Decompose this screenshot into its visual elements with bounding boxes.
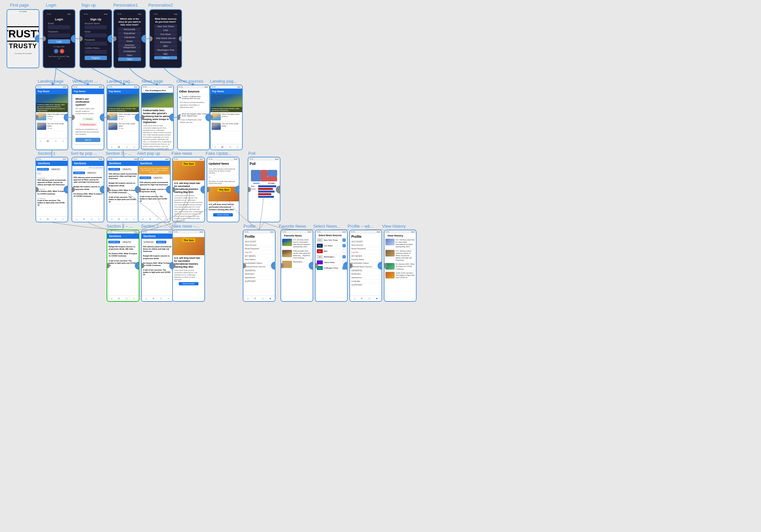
select-nyt[interactable]: NYT New York Times ✓	[316, 237, 347, 243]
profile-icon[interactable]: ○	[133, 297, 135, 300]
home-icon[interactable]: ⌂	[142, 217, 144, 221]
account-input[interactable]	[85, 25, 107, 29]
bookmark-icon[interactable]: ☆	[54, 217, 57, 221]
section-item-3[interactable]: A tale of two vaccines: The battles to f…	[139, 195, 170, 204]
option-libertarian[interactable]: Libertarian	[118, 35, 141, 39]
appearance[interactable]: Appearance	[243, 276, 275, 279]
back-arrow[interactable]: ‹	[317, 235, 318, 236]
sections-icon[interactable]: ≡	[361, 297, 363, 300]
back-arrow[interactable]: ‹	[386, 235, 386, 237]
section-item-2[interactable]: Budget bill reopens vaccine vs. progress…	[142, 254, 173, 261]
home-icon[interactable]: ⌂	[354, 297, 355, 300]
home-icon[interactable]: ⌂	[111, 145, 112, 148]
section-item-2[interactable]: Budget bill reopens vaccine vs. progress…	[72, 185, 104, 192]
profile-icon[interactable]: ○	[98, 217, 100, 221]
profile-icon[interactable]: ○	[62, 140, 64, 143]
facebook-icon[interactable]: f	[54, 49, 58, 53]
reset-password[interactable]: Reset Password	[350, 247, 381, 251]
reset-password[interactable]: Reset Password	[243, 247, 275, 251]
news-item-1[interactable]: Glenn Youngkin wants to be a... 2h ago	[36, 112, 68, 122]
section-item-2[interactable]: Budget bill reopens vaccine vs. progress…	[139, 187, 170, 194]
search-icon[interactable]: ⊕	[221, 145, 224, 148]
profile-icon[interactable]: ●	[376, 297, 378, 300]
fav-item-2[interactable]: Political battle lines harden after gene…	[281, 249, 313, 261]
tab-health[interactable]: HEALTH	[122, 241, 132, 243]
downloaded-videos[interactable]: Downloaded Videos	[350, 262, 381, 265]
tab-health[interactable]: HEALTH	[156, 241, 166, 243]
option-nyt[interactable]: New York Times	[154, 25, 177, 28]
search-icon[interactable]: ⊕	[118, 145, 120, 148]
nyt-check[interactable]: ✓	[342, 238, 346, 242]
section-item-1[interactable]: Budget bill reopens vaccine vs. progress…	[107, 245, 139, 252]
bookmark-icon[interactable]: ☆	[229, 145, 232, 148]
section-item-1[interactable]: FDA advisory panel recommends approval f…	[139, 180, 170, 187]
tab-covid[interactable]: COVID-19	[143, 241, 154, 243]
profile-icon[interactable]: ○	[134, 145, 135, 148]
home-icon[interactable]: ⌂	[40, 217, 41, 221]
fav-item-1[interactable]: U.S. will drop travel ban for vaccinated…	[281, 238, 313, 249]
vh-item-2[interactable]: U.S. advisory panel endorses doses of Pf…	[384, 249, 416, 263]
sections-icon[interactable]: ≡	[152, 297, 154, 300]
selected-sources[interactable]: Selected News Sources	[243, 265, 275, 268]
source-item-2[interactable]: What will happen after troops leave Afgh…	[178, 112, 209, 118]
option-other[interactable]: Other	[118, 53, 141, 57]
profile-icon[interactable]: ○	[133, 217, 135, 221]
tab-covid[interactable]: COVID-19	[37, 168, 49, 171]
sort-by-popularity[interactable]: Sort by popularity	[89, 167, 103, 169]
view-account[interactable]: View Account	[350, 243, 381, 247]
option-cnn[interactable]: CNN	[154, 29, 177, 32]
profile-icon[interactable]: ○	[62, 217, 64, 221]
tab-covid[interactable]: COVID-19	[73, 172, 85, 174]
select-bbc[interactable]: BBC BBC	[316, 249, 347, 254]
profile-icon-active[interactable]: ●	[269, 297, 271, 300]
google-icon[interactable]: G	[60, 49, 64, 53]
sections-icon[interactable]: ≡	[118, 297, 120, 300]
fox-check[interactable]: ✓	[342, 244, 346, 247]
section-item-1[interactable]: In Sections FDA advisory panel recommend…	[36, 176, 68, 187]
selected-sources[interactable]: Selected News Sources	[350, 265, 381, 268]
section-item-4[interactable]: A tale of two vaccines: The battles to f…	[142, 268, 173, 277]
section-item-3[interactable]: Flu Season 2021: What To Expect As COVID…	[72, 192, 104, 199]
read-more-button[interactable]: READ MORE	[179, 282, 199, 285]
select-huffington[interactable]: HUF Huffington Press ✓	[316, 266, 347, 271]
thats-it-button[interactable]: That's it	[154, 56, 177, 59]
option-american[interactable]: American Independent	[118, 43, 141, 49]
select-yahoo[interactable]: Y Yahoo News	[316, 260, 347, 266]
bookmark-icon[interactable]: ☆	[160, 297, 162, 300]
email-input[interactable]	[85, 33, 107, 37]
favorite-news[interactable]: Favorite News	[350, 258, 381, 262]
source-item-1[interactable]: Troops in Afghanistan heading after the …	[178, 95, 209, 100]
log-out[interactable]: Log Out	[243, 251, 275, 254]
next-button[interactable]: Next	[118, 57, 141, 61]
option-constitution[interactable]: Constitution	[118, 49, 141, 53]
search-icon[interactable]: ⊕	[47, 140, 49, 143]
password-input[interactable]	[85, 42, 107, 46]
home-icon[interactable]: ⌂	[40, 140, 41, 143]
option-wsj[interactable]: Wall Street Journal	[154, 36, 177, 40]
option-wp[interactable]: Washington Post	[154, 48, 177, 52]
section-item-1[interactable]: FDA advisory panel recommends approval o…	[72, 175, 104, 185]
tab-covid[interactable]: COVID-19	[108, 168, 120, 171]
fav-item-3[interactable]: Washington ...	[281, 260, 313, 269]
select-fox[interactable]: FOX Fox News ✓	[316, 243, 347, 249]
section-item-3[interactable]: Flu Season 2021: What To Expect As COVID…	[142, 261, 173, 268]
wp-check[interactable]: ✓	[342, 255, 346, 259]
view-history[interactable]: View History	[243, 258, 275, 262]
back-arrow[interactable]: ‹	[174, 234, 175, 236]
section-item-1[interactable]: FDA advisory panel recommends approval f…	[107, 172, 139, 181]
tab-health[interactable]: HEALTH	[153, 176, 163, 179]
option-nbc[interactable]: NBC	[154, 52, 177, 56]
option-democratic[interactable]: Democratic	[118, 28, 141, 31]
sections-icon[interactable]: ≡	[118, 217, 120, 221]
email-input[interactable]	[48, 25, 70, 29]
section-item-4[interactable]: A tale of two vaccines: The battles to f…	[107, 195, 139, 204]
confirm-input[interactable]	[85, 50, 107, 54]
news-item-2[interactable]: The rise of the studio better3h ago	[107, 122, 139, 131]
bookmark-icon[interactable]: ☆	[126, 145, 128, 148]
notification[interactable]: Notification	[350, 272, 381, 276]
home-icon[interactable]: ⌂	[111, 217, 112, 221]
option-economist[interactable]: Economist	[154, 40, 177, 44]
tab-health[interactable]: HEALTH	[87, 172, 97, 174]
log-out[interactable]: Log Out	[350, 251, 381, 254]
news-item-2[interactable]: The rise of the studio better	[210, 122, 242, 131]
